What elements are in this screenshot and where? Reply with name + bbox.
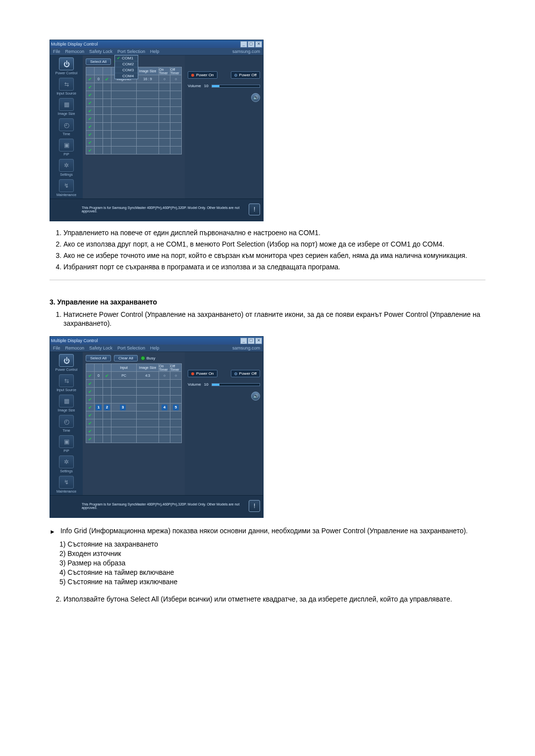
warning-icon: ! (249, 203, 260, 215)
row-checkbox[interactable] (86, 427, 94, 435)
sidebar-item-input[interactable]: Input Source (51, 78, 82, 95)
row-checkbox[interactable] (86, 99, 94, 106)
titlebar: Multiple Display Control _ ▢ ✕ (50, 40, 263, 48)
power-off-button[interactable]: Power Off (231, 370, 260, 377)
menu-help[interactable]: Help (150, 49, 160, 54)
legend-item: 3) Размер на образа (59, 559, 485, 567)
row-checkbox[interactable] (86, 139, 94, 146)
maximize-button[interactable]: ▢ (248, 41, 255, 48)
sidebar-item-time[interactable]: Time (51, 415, 82, 432)
sidebar-item-power[interactable]: Power Control (51, 57, 82, 75)
document-page: Multiple Display Control _ ▢ ✕ File Remo… (0, 0, 535, 756)
window-title: Multiple Display Control (51, 338, 98, 343)
close-button[interactable]: ✕ (255, 338, 262, 344)
row-checkbox[interactable] (86, 388, 94, 395)
row-checkbox[interactable] (86, 107, 94, 114)
sidebar-item-image[interactable]: Image Size (51, 395, 82, 412)
sidebar-item-image[interactable]: Image Size (51, 98, 82, 115)
callout-4: 4 (161, 404, 167, 410)
menu-safety-lock[interactable]: Safety Lock (89, 49, 112, 54)
row-checkbox[interactable] (86, 75, 94, 83)
power-on-button[interactable]: Power On (188, 71, 217, 79)
row-ontimer: ○ (159, 75, 170, 83)
row-checkbox[interactable] (86, 131, 94, 138)
grid-header-power (103, 67, 111, 75)
sidebar-item-pip[interactable]: PIP (51, 435, 82, 453)
port-selection-dropdown[interactable]: COM1 COM2 COM3 COM4 (114, 55, 138, 79)
app-footer: This Program is for Samsung SyncMaster 4… (50, 199, 263, 221)
image-size-icon (59, 395, 74, 407)
menu-port-selection[interactable]: Port Selection (117, 49, 145, 54)
row-checkbox[interactable] (86, 91, 94, 99)
mute-button[interactable]: 🔊 (251, 93, 260, 102)
row-offtimer: ○ (170, 75, 181, 83)
busy-dot-icon (141, 356, 145, 360)
com-option-4[interactable]: COM4 (115, 73, 138, 79)
list-item: Ако се използва друг порт, а не COM1, в … (63, 240, 485, 249)
mute-button[interactable]: 🔊 (251, 392, 260, 401)
grid-header-id (95, 67, 103, 75)
row-checkbox[interactable] (86, 115, 94, 122)
sidebar-item-time[interactable]: Time (51, 118, 82, 136)
row-power-state (103, 75, 111, 83)
com-option-2[interactable]: COM2 (115, 61, 138, 67)
power-off-button[interactable]: Power Off (231, 71, 260, 79)
status-link[interactable]: samsung.com (232, 49, 260, 54)
time-icon (59, 118, 74, 131)
row-checkbox[interactable] (86, 83, 94, 91)
sidebar-item-maintenance[interactable]: Maintenance (51, 476, 82, 493)
row-checkbox[interactable] (86, 411, 94, 419)
select-all-button[interactable]: Select All (86, 355, 111, 361)
volume-slider[interactable] (212, 383, 260, 386)
sidebar-item-settings[interactable]: Settings (51, 455, 82, 473)
sidebar-item-power[interactable]: Power Control (51, 354, 82, 371)
legend-item: 2) Входен източник (59, 550, 485, 557)
row-checkbox[interactable] (86, 403, 94, 411)
legend-item: 4) Състояние на таймер включване (59, 568, 485, 576)
menu-help[interactable]: Help (150, 346, 160, 351)
com-option-1[interactable]: COM1 (115, 55, 138, 61)
grid-header-size: Image Size (137, 67, 159, 75)
row-id: 0 (95, 75, 103, 83)
app-screenshot-1: Multiple Display Control _ ▢ ✕ File Remo… (50, 40, 264, 221)
power-on-button[interactable]: Power On (188, 370, 217, 377)
menu-remocon[interactable]: Remocon (65, 49, 85, 54)
busy-indicator: Busy (141, 356, 156, 360)
select-all-button[interactable]: Select All (86, 58, 111, 65)
sidebar-item-pip[interactable]: PIP (51, 139, 82, 156)
sidebar-item-maintenance[interactable]: Maintenance (51, 179, 82, 197)
row-checkbox[interactable] (86, 372, 94, 379)
menu-remocon[interactable]: Remocon (65, 346, 85, 351)
warning-icon: ! (249, 500, 260, 512)
row-checkbox[interactable] (86, 123, 94, 130)
volume-value: 10 (204, 382, 209, 387)
volume-slider[interactable] (212, 85, 260, 88)
menu-safety-lock[interactable]: Safety Lock (89, 346, 112, 351)
input-source-icon (59, 78, 74, 91)
minimize-button[interactable]: _ (240, 41, 247, 48)
row-checkbox[interactable] (86, 396, 94, 403)
com-option-3[interactable]: COM3 (115, 67, 138, 73)
time-icon (59, 415, 74, 428)
callout-1: 1 (96, 404, 102, 410)
arrow-icon: ► (50, 528, 55, 535)
note-text: Info Grid (Информационна мрежа) показва … (60, 527, 468, 535)
maximize-button[interactable]: ▢ (248, 338, 255, 344)
status-link[interactable]: samsung.com (232, 346, 260, 351)
close-button[interactable]: ✕ (255, 41, 262, 48)
row-checkbox[interactable] (86, 380, 94, 387)
clear-all-button[interactable]: Clear All (114, 355, 138, 361)
menu-port-selection[interactable]: Port Selection (117, 346, 145, 351)
sidebar-item-settings[interactable]: Settings (51, 159, 82, 176)
sidebar-item-input[interactable]: Input Source (51, 374, 82, 392)
row-checkbox[interactable] (86, 147, 94, 154)
row-checkbox[interactable] (86, 419, 94, 427)
instructions-list-1: Управлението на повече от един дисплей п… (50, 228, 485, 272)
section-3-title: 3. Управление на захранването (50, 298, 485, 306)
volume-label: Volume (188, 382, 201, 387)
minimize-button[interactable]: _ (240, 338, 247, 344)
menu-file[interactable]: File (53, 49, 60, 54)
row-checkbox[interactable] (86, 435, 94, 443)
app-screenshot-2: Multiple Display Control _ ▢ ✕ File Remo… (50, 336, 264, 518)
menu-file[interactable]: File (53, 346, 60, 351)
